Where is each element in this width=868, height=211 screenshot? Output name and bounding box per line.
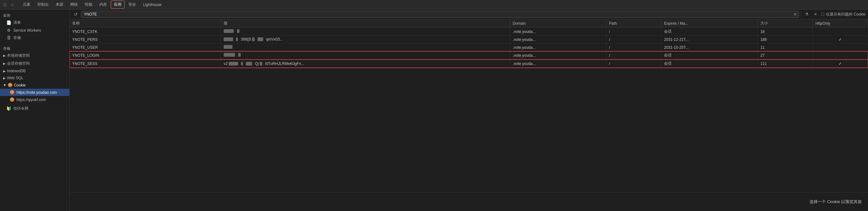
bottom-preview: 选择一个 Cookie 以预览其值 bbox=[70, 192, 868, 211]
only-problems-label[interactable]: 仅显示有问题的 Cookie bbox=[826, 12, 865, 17]
table-row[interactable]: YNOTE_PERS388||5qinVx03....note.youda...… bbox=[70, 36, 868, 44]
tab-console[interactable]: 控制台 bbox=[34, 1, 52, 8]
sidebar-section-storage: 存储 bbox=[0, 44, 69, 52]
cell-size: 27 bbox=[757, 51, 813, 59]
tab-elements[interactable]: 元素 bbox=[20, 1, 34, 8]
sidebar-group-web-sql[interactable]: ▶ Web SQL bbox=[0, 75, 69, 81]
cell-name: YNOTE_CSTK bbox=[70, 28, 221, 36]
tab-application[interactable]: 应用 bbox=[111, 1, 125, 8]
cell-domain: .note.youda... bbox=[510, 59, 607, 68]
cursor-icon[interactable]: ⬡ bbox=[1, 1, 8, 8]
trust-tokens-icon: 🔰 bbox=[6, 106, 11, 111]
sidebar-item-service-workers[interactable]: ⚙ Service Workers bbox=[0, 27, 69, 34]
cell-value: 388||5qinVx03... bbox=[221, 36, 510, 44]
sidebar-item-storage[interactable]: 🗄 存储 bbox=[0, 34, 69, 42]
top-nav: ⬡ □ 元素 控制台 来源 网络 性能 内存 应用 安全 Lighthouse bbox=[0, 0, 868, 9]
col-header-expires[interactable]: Expires / Ma... bbox=[661, 19, 758, 28]
cell-size: 188 bbox=[757, 36, 813, 44]
sidebar-group-indexed-db[interactable]: ▶ IndexedDB bbox=[0, 68, 69, 75]
cookie-table-container[interactable]: 名称 值 Domain Path Expires / Ma... 大小 Http… bbox=[70, 19, 868, 192]
delete-filter-button[interactable]: ✕ bbox=[812, 11, 819, 18]
sidebar-item-manifest-label: 清单 bbox=[13, 20, 21, 25]
sidebar-item-qiyukf-label: https://qiyukf.com bbox=[17, 98, 46, 102]
cell-domain: .note.youda... bbox=[510, 28, 607, 36]
sidebar-item-note-youdao[interactable]: 🍪 https://note.youdao.com bbox=[0, 89, 69, 96]
content-area: ↺ ✕ ⚗ ✕ ☐ 仅显示有问题的 Cookie bbox=[70, 9, 868, 211]
table-row[interactable]: YNOTE_SESSv2 Q|l0TuRHJLRMeK0gFn....note.… bbox=[70, 59, 868, 68]
tab-performance[interactable]: 性能 bbox=[82, 1, 96, 8]
cell-name: YNOTE_LOGIN bbox=[70, 51, 221, 59]
cell-path: / bbox=[607, 51, 661, 59]
cell-value: v2 Q|l0TuRHJLRMeK0gFn... bbox=[221, 59, 510, 68]
chevron-icon: ▶ bbox=[3, 76, 6, 80]
cell-path: / bbox=[607, 44, 661, 51]
cell-domain: .note.youda... bbox=[510, 36, 607, 44]
cookie-small-icon: 🍪 bbox=[9, 90, 14, 95]
sidebar-item-note-youdao-label: https://note.youdao.com bbox=[17, 90, 57, 95]
table-row[interactable]: YNOTE_CSTK.note.youda.../会话18 bbox=[70, 28, 868, 36]
filter-icon[interactable]: ⚗ bbox=[803, 11, 810, 18]
tab-network[interactable]: 网络 bbox=[67, 1, 81, 8]
cell-httponly bbox=[813, 28, 868, 36]
main-layout: 应用 📄 清单 ⚙ Service Workers 🗄 存储 存储 ▶ 本地存储… bbox=[0, 9, 868, 211]
cell-httponly: ✓ bbox=[813, 59, 868, 68]
cell-name: YNOTE_SESS bbox=[70, 59, 221, 68]
search-clear-button[interactable]: ✕ bbox=[793, 12, 797, 17]
tab-sources[interactable]: 来源 bbox=[53, 1, 66, 8]
cell-expires: 2031-10-25T... bbox=[661, 44, 758, 51]
col-header-httponly[interactable]: HttpOnly bbox=[813, 19, 868, 28]
cell-size: 18 bbox=[757, 28, 813, 36]
col-header-path[interactable]: Path bbox=[607, 19, 661, 28]
sidebar-group-session-storage[interactable]: ▶ 会话存储空间 bbox=[0, 59, 69, 68]
sidebar-item-qiyukf[interactable]: 🍪 https://qiyukf.com bbox=[0, 96, 69, 103]
cell-path: / bbox=[607, 59, 661, 68]
refresh-button[interactable]: ↺ bbox=[72, 11, 79, 18]
sidebar-group-session-storage-label: 会话存储空间 bbox=[7, 61, 30, 66]
sidebar-group-local-storage[interactable]: ▶ 本地存储空间 bbox=[0, 52, 69, 59]
sidebar: 应用 📄 清单 ⚙ Service Workers 🗄 存储 存储 ▶ 本地存储… bbox=[0, 9, 70, 211]
table-row[interactable]: YNOTE_LOGIN.note.youda.../会话27 bbox=[70, 51, 868, 59]
cookie-small-icon-2: 🍪 bbox=[9, 97, 14, 102]
manifest-icon: 📄 bbox=[6, 20, 11, 25]
tab-security[interactable]: 安全 bbox=[125, 1, 139, 8]
col-header-size[interactable]: 大小 bbox=[757, 19, 813, 28]
chevron-icon: ▼ bbox=[3, 83, 6, 87]
col-header-value[interactable]: 值 bbox=[221, 19, 510, 28]
sidebar-group-indexed-db-label: IndexedDB bbox=[7, 69, 26, 73]
sidebar-item-manifest[interactable]: 📄 清单 bbox=[0, 19, 69, 27]
storage-icon: 🗄 bbox=[6, 35, 11, 40]
cell-name: YNOTE_USER bbox=[70, 44, 221, 51]
table-row[interactable]: YNOTE_USER.note.youda.../2031-10-25T...1… bbox=[70, 44, 868, 51]
col-header-domain[interactable]: Domain bbox=[510, 19, 607, 28]
table-header-row: 名称 值 Domain Path Expires / Ma... 大小 Http… bbox=[70, 19, 868, 28]
sidebar-group-cookie[interactable]: ▼ 🍪 Cookie bbox=[0, 81, 69, 89]
cell-expires: 会话 bbox=[661, 28, 758, 36]
cell-name: YNOTE_PERS bbox=[70, 36, 221, 44]
search-input-wrapper: ✕ bbox=[81, 11, 799, 18]
inspect-icon[interactable]: □ bbox=[9, 1, 16, 8]
cell-path: / bbox=[607, 36, 661, 44]
sidebar-item-trust-tokens[interactable]: 🔰 信任令牌 bbox=[0, 105, 69, 112]
bottom-preview-text: 选择一个 Cookie 以预览其值 bbox=[809, 199, 862, 205]
chevron-icon: ▶ bbox=[3, 54, 6, 57]
only-problems-text: 仅显示有问题的 Cookie bbox=[826, 12, 865, 17]
chevron-icon: ▶ bbox=[3, 70, 6, 73]
tab-lighthouse[interactable]: Lighthouse bbox=[140, 1, 165, 8]
cookie-table: 名称 值 Domain Path Expires / Ma... 大小 Http… bbox=[70, 19, 868, 68]
cell-value bbox=[221, 51, 510, 59]
cell-expires: 2031-12-21T... bbox=[661, 36, 758, 44]
cell-path: / bbox=[607, 28, 661, 36]
col-header-name[interactable]: 名称 bbox=[70, 19, 221, 28]
cell-size: 11 bbox=[757, 44, 813, 51]
tab-memory[interactable]: 内存 bbox=[96, 1, 110, 8]
chevron-icon: ▶ bbox=[3, 62, 6, 65]
toolbar: ↺ ✕ ⚗ ✕ ☐ 仅显示有问题的 Cookie bbox=[70, 9, 868, 19]
cell-size: 111 bbox=[757, 59, 813, 68]
search-input[interactable] bbox=[81, 11, 799, 18]
sidebar-section-app: 应用 bbox=[0, 11, 69, 19]
sidebar-item-service-workers-label: Service Workers bbox=[13, 28, 41, 33]
cookie-icon: 🍪 bbox=[8, 83, 13, 87]
cell-httponly bbox=[813, 44, 868, 51]
service-workers-icon: ⚙ bbox=[6, 28, 11, 33]
checkbox-icon: ☐ bbox=[821, 12, 825, 17]
